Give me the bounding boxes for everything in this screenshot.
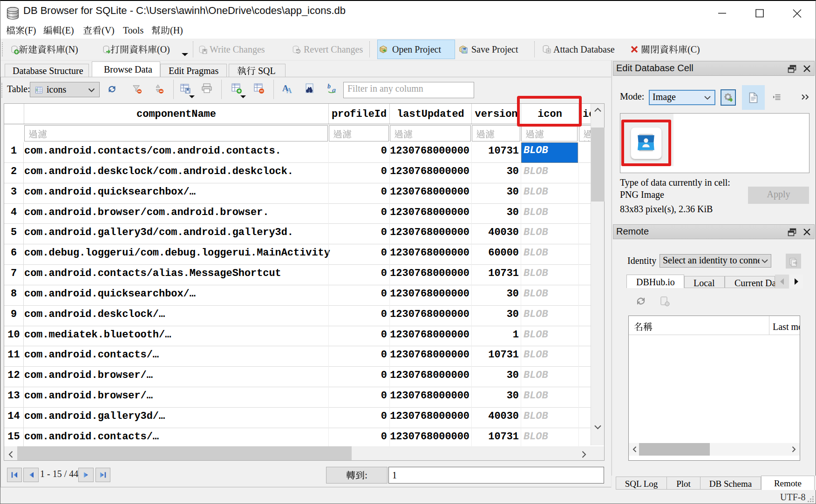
svg-text:A: A [286,87,292,94]
svg-text:b: b [327,83,331,90]
